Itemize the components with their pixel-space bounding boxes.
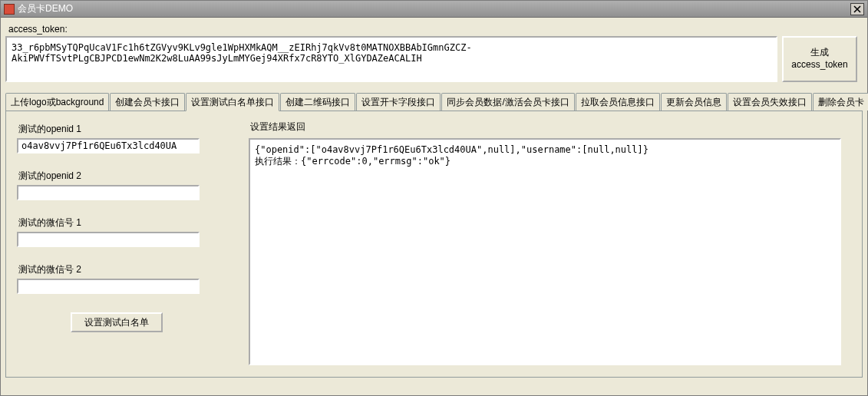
access-token-label: access_token: [8,24,863,35]
wechat1-label: 测试的微信号 1 [18,216,239,229]
window-title: 会员卡DEMO [18,2,850,15]
main-window: 会员卡DEMO access_token: 生成 access_token 上传… [0,0,868,396]
app-icon [4,4,15,15]
titlebar: 会员卡DEMO [1,1,867,18]
set-whitelist-button[interactable]: 设置测试白名单 [71,312,163,332]
openid2-label: 测试的openid 2 [18,170,239,183]
wechat2-label: 测试的微信号 2 [18,263,239,276]
tab-update-member[interactable]: 更新会员信息 [661,93,727,111]
wechat1-input[interactable] [17,232,200,247]
access-token-row: 生成 access_token [5,36,863,82]
openid1-label: 测试的openid 1 [18,123,239,136]
tab-strip: 上传logo或background 创建会员卡接口 设置测试白名单接口 创建二维… [5,93,863,111]
tab-create-qrcode[interactable]: 创建二维码接口 [280,93,355,111]
access-token-input[interactable] [5,36,777,82]
openid1-input[interactable] [17,138,200,153]
tab-upload-logo[interactable]: 上传logo或background [5,93,109,111]
wechat2-input[interactable] [17,279,200,294]
result-label: 设置结果返回 [250,120,854,134]
result-area: 设置结果返回 [249,120,854,368]
tab-sync-activate[interactable]: 同步会员数据/激活会员卡接口 [441,93,574,111]
generate-token-button[interactable]: 生成 access_token [782,36,857,82]
tab-invalidate[interactable]: 设置会员失效接口 [728,93,812,111]
tab-set-whitelist[interactable]: 设置测试白名单接口 [186,93,279,111]
client-area: access_token: 生成 access_token 上传logo或bac… [1,18,867,381]
form-left: 测试的openid 1 测试的openid 2 测试的微信号 1 测试的微信号 … [17,120,239,332]
tab-delete-card[interactable]: 删除会员卡 [813,93,868,111]
result-output[interactable] [249,138,841,365]
tab-fetch-member[interactable]: 拉取会员信息接口 [576,93,660,111]
close-button[interactable] [850,3,864,15]
tab-page: 测试的openid 1 测试的openid 2 测试的微信号 1 测试的微信号 … [5,111,863,378]
openid2-input[interactable] [17,185,200,200]
tab-create-card[interactable]: 创建会员卡接口 [110,93,185,111]
tab-set-card-fields[interactable]: 设置开卡字段接口 [356,93,441,111]
close-icon [853,5,861,13]
